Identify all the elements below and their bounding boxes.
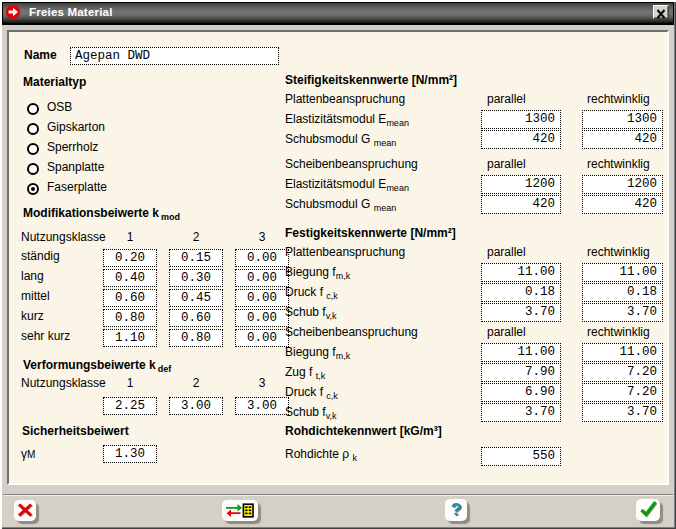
svg-text:?: ? bbox=[451, 500, 461, 519]
